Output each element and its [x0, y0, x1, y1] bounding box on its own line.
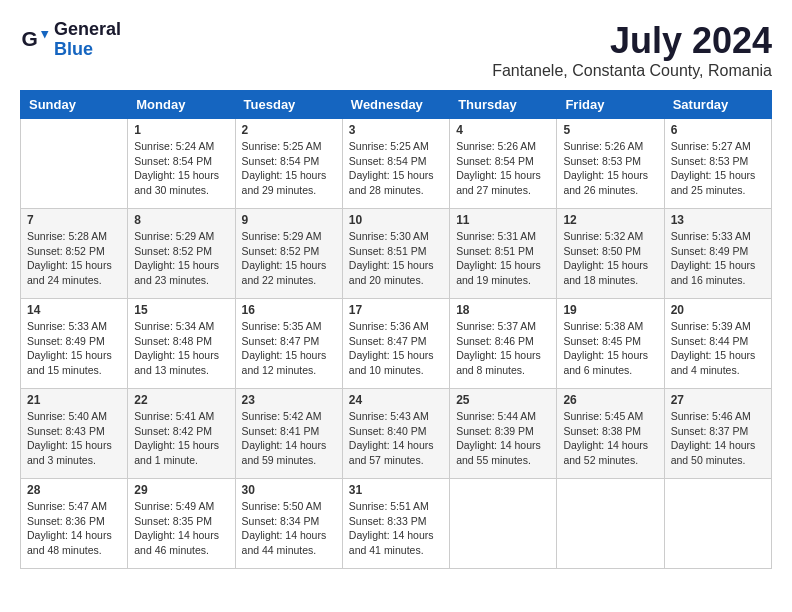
day-info: Sunrise: 5:42 AM Sunset: 8:41 PM Dayligh… — [242, 409, 336, 468]
day-number: 7 — [27, 213, 121, 227]
calendar-cell: 18Sunrise: 5:37 AM Sunset: 8:46 PM Dayli… — [450, 299, 557, 389]
day-info: Sunrise: 5:47 AM Sunset: 8:36 PM Dayligh… — [27, 499, 121, 558]
day-number: 23 — [242, 393, 336, 407]
calendar-cell — [21, 119, 128, 209]
week-row-5: 28Sunrise: 5:47 AM Sunset: 8:36 PM Dayli… — [21, 479, 772, 569]
weekday-header-sunday: Sunday — [21, 91, 128, 119]
calendar-cell: 27Sunrise: 5:46 AM Sunset: 8:37 PM Dayli… — [664, 389, 771, 479]
day-number: 8 — [134, 213, 228, 227]
weekday-header-tuesday: Tuesday — [235, 91, 342, 119]
day-number: 27 — [671, 393, 765, 407]
calendar-cell: 23Sunrise: 5:42 AM Sunset: 8:41 PM Dayli… — [235, 389, 342, 479]
calendar-cell: 17Sunrise: 5:36 AM Sunset: 8:47 PM Dayli… — [342, 299, 449, 389]
calendar-table: SundayMondayTuesdayWednesdayThursdayFrid… — [20, 90, 772, 569]
day-info: Sunrise: 5:28 AM Sunset: 8:52 PM Dayligh… — [27, 229, 121, 288]
title-area: July 2024 Fantanele, Constanta County, R… — [492, 20, 772, 80]
day-info: Sunrise: 5:24 AM Sunset: 8:54 PM Dayligh… — [134, 139, 228, 198]
day-info: Sunrise: 5:51 AM Sunset: 8:33 PM Dayligh… — [349, 499, 443, 558]
day-number: 2 — [242, 123, 336, 137]
day-info: Sunrise: 5:46 AM Sunset: 8:37 PM Dayligh… — [671, 409, 765, 468]
calendar-cell: 21Sunrise: 5:40 AM Sunset: 8:43 PM Dayli… — [21, 389, 128, 479]
day-info: Sunrise: 5:25 AM Sunset: 8:54 PM Dayligh… — [242, 139, 336, 198]
day-number: 3 — [349, 123, 443, 137]
logo-general: General — [54, 20, 121, 40]
calendar-cell: 10Sunrise: 5:30 AM Sunset: 8:51 PM Dayli… — [342, 209, 449, 299]
day-info: Sunrise: 5:35 AM Sunset: 8:47 PM Dayligh… — [242, 319, 336, 378]
calendar-cell: 2Sunrise: 5:25 AM Sunset: 8:54 PM Daylig… — [235, 119, 342, 209]
calendar-cell: 9Sunrise: 5:29 AM Sunset: 8:52 PM Daylig… — [235, 209, 342, 299]
day-info: Sunrise: 5:41 AM Sunset: 8:42 PM Dayligh… — [134, 409, 228, 468]
day-number: 18 — [456, 303, 550, 317]
calendar-cell — [557, 479, 664, 569]
day-number: 29 — [134, 483, 228, 497]
logo-icon: G — [20, 25, 50, 55]
day-number: 1 — [134, 123, 228, 137]
calendar-cell: 25Sunrise: 5:44 AM Sunset: 8:39 PM Dayli… — [450, 389, 557, 479]
day-info: Sunrise: 5:29 AM Sunset: 8:52 PM Dayligh… — [134, 229, 228, 288]
week-row-2: 7Sunrise: 5:28 AM Sunset: 8:52 PM Daylig… — [21, 209, 772, 299]
day-number: 12 — [563, 213, 657, 227]
day-number: 11 — [456, 213, 550, 227]
calendar-cell: 22Sunrise: 5:41 AM Sunset: 8:42 PM Dayli… — [128, 389, 235, 479]
logo: G General Blue — [20, 20, 121, 60]
day-info: Sunrise: 5:45 AM Sunset: 8:38 PM Dayligh… — [563, 409, 657, 468]
day-info: Sunrise: 5:43 AM Sunset: 8:40 PM Dayligh… — [349, 409, 443, 468]
weekday-header-saturday: Saturday — [664, 91, 771, 119]
weekday-header-thursday: Thursday — [450, 91, 557, 119]
weekday-header-wednesday: Wednesday — [342, 91, 449, 119]
day-info: Sunrise: 5:44 AM Sunset: 8:39 PM Dayligh… — [456, 409, 550, 468]
day-number: 4 — [456, 123, 550, 137]
day-info: Sunrise: 5:26 AM Sunset: 8:53 PM Dayligh… — [563, 139, 657, 198]
day-info: Sunrise: 5:29 AM Sunset: 8:52 PM Dayligh… — [242, 229, 336, 288]
calendar-cell: 6Sunrise: 5:27 AM Sunset: 8:53 PM Daylig… — [664, 119, 771, 209]
calendar-cell: 11Sunrise: 5:31 AM Sunset: 8:51 PM Dayli… — [450, 209, 557, 299]
day-number: 10 — [349, 213, 443, 227]
svg-marker-1 — [41, 31, 49, 39]
calendar-cell: 29Sunrise: 5:49 AM Sunset: 8:35 PM Dayli… — [128, 479, 235, 569]
day-number: 25 — [456, 393, 550, 407]
day-number: 15 — [134, 303, 228, 317]
location-title: Fantanele, Constanta County, Romania — [492, 62, 772, 80]
calendar-cell: 16Sunrise: 5:35 AM Sunset: 8:47 PM Dayli… — [235, 299, 342, 389]
day-number: 14 — [27, 303, 121, 317]
day-number: 22 — [134, 393, 228, 407]
page-header: G General Blue July 2024 Fantanele, Cons… — [20, 20, 772, 80]
day-number: 26 — [563, 393, 657, 407]
day-number: 16 — [242, 303, 336, 317]
calendar-cell — [664, 479, 771, 569]
day-number: 21 — [27, 393, 121, 407]
calendar-cell: 1Sunrise: 5:24 AM Sunset: 8:54 PM Daylig… — [128, 119, 235, 209]
day-info: Sunrise: 5:30 AM Sunset: 8:51 PM Dayligh… — [349, 229, 443, 288]
calendar-cell: 5Sunrise: 5:26 AM Sunset: 8:53 PM Daylig… — [557, 119, 664, 209]
calendar-cell: 26Sunrise: 5:45 AM Sunset: 8:38 PM Dayli… — [557, 389, 664, 479]
day-number: 24 — [349, 393, 443, 407]
day-info: Sunrise: 5:25 AM Sunset: 8:54 PM Dayligh… — [349, 139, 443, 198]
day-number: 19 — [563, 303, 657, 317]
calendar-cell: 19Sunrise: 5:38 AM Sunset: 8:45 PM Dayli… — [557, 299, 664, 389]
calendar-cell: 4Sunrise: 5:26 AM Sunset: 8:54 PM Daylig… — [450, 119, 557, 209]
day-number: 30 — [242, 483, 336, 497]
calendar-cell: 30Sunrise: 5:50 AM Sunset: 8:34 PM Dayli… — [235, 479, 342, 569]
day-number: 6 — [671, 123, 765, 137]
calendar-cell: 28Sunrise: 5:47 AM Sunset: 8:36 PM Dayli… — [21, 479, 128, 569]
day-info: Sunrise: 5:40 AM Sunset: 8:43 PM Dayligh… — [27, 409, 121, 468]
day-info: Sunrise: 5:34 AM Sunset: 8:48 PM Dayligh… — [134, 319, 228, 378]
day-number: 13 — [671, 213, 765, 227]
month-title: July 2024 — [492, 20, 772, 62]
week-row-4: 21Sunrise: 5:40 AM Sunset: 8:43 PM Dayli… — [21, 389, 772, 479]
day-number: 28 — [27, 483, 121, 497]
day-info: Sunrise: 5:37 AM Sunset: 8:46 PM Dayligh… — [456, 319, 550, 378]
day-info: Sunrise: 5:50 AM Sunset: 8:34 PM Dayligh… — [242, 499, 336, 558]
calendar-cell: 20Sunrise: 5:39 AM Sunset: 8:44 PM Dayli… — [664, 299, 771, 389]
calendar-cell — [450, 479, 557, 569]
calendar-cell: 24Sunrise: 5:43 AM Sunset: 8:40 PM Dayli… — [342, 389, 449, 479]
day-number: 31 — [349, 483, 443, 497]
day-number: 5 — [563, 123, 657, 137]
day-info: Sunrise: 5:26 AM Sunset: 8:54 PM Dayligh… — [456, 139, 550, 198]
day-number: 20 — [671, 303, 765, 317]
calendar-cell: 14Sunrise: 5:33 AM Sunset: 8:49 PM Dayli… — [21, 299, 128, 389]
weekday-header-row: SundayMondayTuesdayWednesdayThursdayFrid… — [21, 91, 772, 119]
calendar-cell: 7Sunrise: 5:28 AM Sunset: 8:52 PM Daylig… — [21, 209, 128, 299]
day-info: Sunrise: 5:33 AM Sunset: 8:49 PM Dayligh… — [671, 229, 765, 288]
day-info: Sunrise: 5:36 AM Sunset: 8:47 PM Dayligh… — [349, 319, 443, 378]
